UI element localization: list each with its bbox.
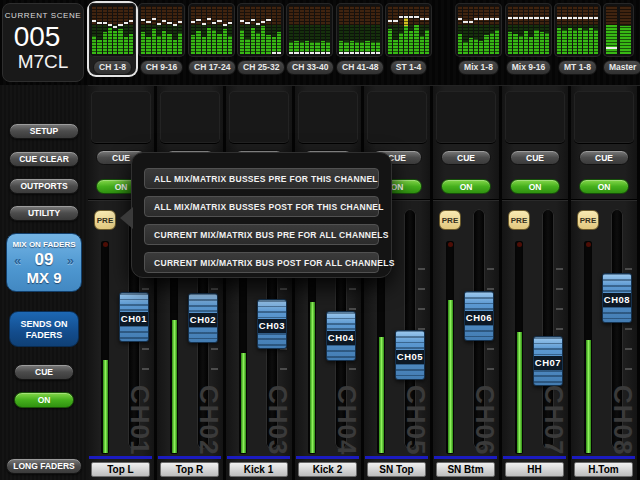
meter-segments-overlay <box>157 6 161 54</box>
cue-clear-button[interactable]: CUE CLEAR <box>9 151 79 167</box>
channel-on-button[interactable]: ON <box>579 179 629 194</box>
fader-cap[interactable]: CH02 <box>188 293 218 343</box>
fader-position-mark <box>409 16 413 18</box>
meter-segments-overlay <box>321 6 325 54</box>
fader-cap[interactable]: CH06 <box>464 291 494 341</box>
channel-cue-button[interactable]: CUE <box>579 150 629 165</box>
meter-bank-label: ST 1-4 <box>390 60 428 75</box>
fader-position-mark <box>463 21 467 23</box>
meter-bank-st-1-4[interactable]: ST 1-4 <box>385 3 432 75</box>
meter-bank-ch-1-8[interactable]: CH 1-8 <box>89 3 136 75</box>
fader-cap[interactable]: CH04 <box>326 311 356 361</box>
popup-item-current-post-all-channels[interactable]: CURRENT MIX/MATRIX BUS POST FOR ALL CHAN… <box>144 252 379 273</box>
popup-item-current-pre-all-channels[interactable]: CURRENT MIX/MATRIX BUS PRE FOR ALL CHANN… <box>144 224 379 245</box>
channel-cue-button[interactable]: CUE <box>441 150 491 165</box>
setup-button[interactable]: SETUP <box>9 123 79 139</box>
channel-name[interactable]: Top L <box>91 462 150 477</box>
channel-on-button[interactable]: ON <box>510 179 560 194</box>
mix-prev-arrow-icon[interactable]: « <box>14 253 21 268</box>
mix-on-faders-panel[interactable]: MIX ON FADERS « 09 » MX 9 <box>6 233 82 292</box>
channel-on-button[interactable]: ON <box>441 179 491 194</box>
meter-bank-ch-41-48[interactable]: CH 41-48 <box>336 3 384 75</box>
channel-cue-button[interactable]: CUE <box>510 150 560 165</box>
fader-position-mark <box>513 17 517 19</box>
meter-column <box>490 6 494 54</box>
master-cue-button[interactable]: CUE <box>14 364 74 380</box>
pre-button[interactable]: PRE <box>94 210 116 230</box>
fader-scale-tick <box>280 288 287 290</box>
channel-name[interactable]: HH <box>505 462 564 477</box>
scene-number: 005 <box>3 21 83 53</box>
fader-cap[interactable]: CH08 <box>602 273 632 323</box>
meter-bank-ch-33-40[interactable]: CH 33-40 <box>286 3 334 75</box>
master-on-button[interactable]: ON <box>14 392 74 408</box>
meter-segments-overlay <box>458 6 462 54</box>
channel-thumbnail[interactable] <box>574 91 634 144</box>
mix-next-arrow-icon[interactable]: » <box>67 253 74 268</box>
meter-bank-label: Mix 9-16 <box>506 60 552 75</box>
meter-bank-master[interactable]: Master <box>603 3 640 75</box>
meter-segments-overlay <box>162 6 166 54</box>
fader-position-mark <box>545 17 549 19</box>
meter-bank-ch-9-16[interactable]: CH 9-16 <box>138 3 185 75</box>
fader-cap-label: CH05 <box>396 350 424 364</box>
popup-item-all-pre-this-channel[interactable]: ALL MIX/MATRIX BUSSES PRE FOR THIS CHANN… <box>144 168 379 189</box>
popup-item-all-post-this-channel[interactable]: ALL MIX/MATRIX BUSSES POST FOR THIS CHAN… <box>144 196 379 217</box>
meter-column <box>152 6 156 54</box>
meter-bank-ch-17-24[interactable]: CH 17-24 <box>188 3 236 75</box>
long-faders-button[interactable]: LONG FADERS <box>6 458 82 474</box>
channel-meter-fill <box>517 332 522 453</box>
meter-bank-mt-1-8[interactable]: MT 1-8 <box>554 3 601 75</box>
meter-column <box>113 6 117 54</box>
channel-color-bar <box>503 456 566 459</box>
channel-name[interactable]: Kick 2 <box>298 462 357 477</box>
meter-column <box>529 6 533 54</box>
meter-segments-overlay <box>129 6 133 54</box>
mix-on-faders-title: MIX ON FADERS <box>7 240 81 249</box>
fader-cap[interactable]: CH07 <box>533 336 563 386</box>
fader-position-mark <box>212 22 216 24</box>
meter-bank-mix-1-8[interactable]: Mix 1-8 <box>455 3 502 75</box>
fader-position-mark <box>251 19 255 21</box>
pre-button[interactable]: PRE <box>508 210 530 230</box>
fader-position-mark <box>519 17 523 19</box>
fader-cap[interactable]: CH05 <box>395 330 425 380</box>
channel-thumbnail[interactable] <box>160 91 220 144</box>
channel-thumbnail[interactable] <box>298 91 358 144</box>
channel-thumbnail[interactable] <box>229 91 289 144</box>
meter-segments-overlay <box>178 6 182 54</box>
pre-button[interactable]: PRE <box>577 210 599 230</box>
channel-thumbnail[interactable] <box>91 91 151 144</box>
channel-strip-ch02: CUEONPRECH02CH02Top R <box>157 86 223 480</box>
meter-segments-overlay <box>277 6 281 54</box>
channel-thumbnail[interactable] <box>436 91 496 144</box>
fader-position-mark <box>534 17 538 19</box>
channel-name[interactable]: SN Top <box>367 462 426 477</box>
meter-bank-mix-9-16[interactable]: Mix 9-16 <box>505 3 552 75</box>
fader-scale-tick <box>142 288 149 290</box>
channel-color-bar <box>572 456 635 459</box>
outports-button[interactable]: OUTPORTS <box>9 178 79 194</box>
meter-column <box>425 6 429 54</box>
channel-name[interactable]: Top R <box>160 462 219 477</box>
meter-column <box>173 6 177 54</box>
fader-scale-tick <box>556 268 563 270</box>
meter-bank-meters <box>505 3 552 57</box>
fader-position-mark <box>261 21 265 23</box>
channel-name[interactable]: H.Tom <box>574 462 633 477</box>
meter-segments-overlay <box>103 6 107 54</box>
meter-column <box>310 6 314 54</box>
scene-panel[interactable]: CURRENT SCENE 005 M7CL <box>2 3 84 82</box>
meter-segments-overlay <box>223 6 227 54</box>
fader-position-mark <box>113 26 117 28</box>
meter-bank-ch-25-32[interactable]: CH 25-32 <box>237 3 285 75</box>
channel-name[interactable]: Kick 1 <box>229 462 288 477</box>
utility-button[interactable]: UTILITY <box>9 205 79 221</box>
channel-name[interactable]: SN Btm <box>436 462 495 477</box>
channel-thumbnail[interactable] <box>505 91 565 144</box>
fader-cap[interactable]: CH03 <box>257 299 287 349</box>
pre-button[interactable]: PRE <box>439 210 461 230</box>
fader-cap[interactable]: CH01 <box>119 292 149 342</box>
channel-thumbnail[interactable] <box>367 91 427 144</box>
sends-on-faders-button[interactable]: SENDS ON FADERS <box>9 311 79 347</box>
